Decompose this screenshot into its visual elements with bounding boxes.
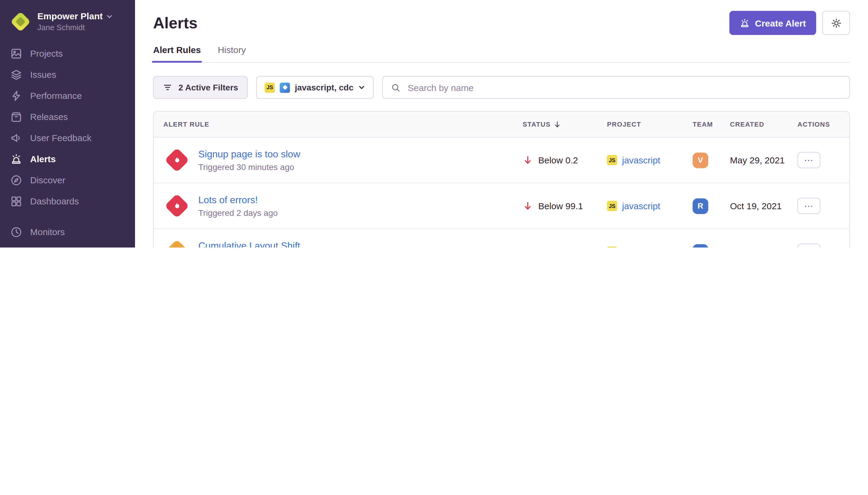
project-link[interactable]: javascript [622, 246, 660, 248]
sidebar-item-releases[interactable]: Releases [0, 106, 135, 127]
active-filters-label: 2 Active Filters [178, 83, 238, 92]
main-content: Alerts Create Alert Alert Rules [135, 0, 868, 248]
created-date: Oct 19, 2021 [730, 201, 797, 211]
sidebar-item-discover[interactable]: Discover [0, 169, 135, 190]
cdc-project-icon [280, 82, 290, 92]
team-cell: R [693, 244, 730, 248]
created-date: Oct 12, 2021 [730, 246, 797, 248]
javascript-platform-icon: JS [607, 201, 617, 211]
project-cell: JSjavascript [607, 155, 693, 165]
row-actions-button[interactable]: … [797, 152, 820, 168]
project-cell: JSjavascript [607, 246, 693, 248]
sidebar-item-monitors[interactable]: Monitors [0, 221, 135, 242]
javascript-platform-icon: JS [607, 246, 617, 248]
tab-history[interactable]: History [218, 45, 246, 62]
sidebar-item-label: Dashboards [30, 196, 79, 206]
tab-label: History [218, 45, 246, 55]
alert-rule-row: !Cumulative Layout ShiftTriggered an hou… [154, 229, 849, 248]
active-filters-button[interactable]: 2 Active Filters [153, 76, 248, 99]
row-actions-button[interactable]: … [797, 243, 820, 248]
performance-icon [10, 89, 22, 102]
discover-icon [10, 174, 22, 186]
tab-alert-rules[interactable]: Alert Rules [153, 45, 201, 62]
column-header-status[interactable]: STATUS [523, 120, 607, 128]
project-filter-label: javascript, cdc [295, 83, 353, 92]
trend-down-icon [523, 201, 533, 211]
alert-rule-row: Signup page is too slowTriggered 30 minu… [154, 137, 849, 183]
alert-rule-row: Lots of errors!Triggered 2 days agoBelow… [154, 183, 849, 229]
chevron-down-icon [106, 13, 113, 20]
tab-label: Alert Rules [153, 45, 201, 55]
column-header-label: TEAM [693, 121, 713, 128]
create-alert-button[interactable]: Create Alert [729, 11, 816, 35]
dashboards-icon [10, 195, 22, 207]
releases-icon [10, 110, 22, 123]
sidebar-item-label: Releases [30, 112, 68, 122]
alert-rule-link[interactable]: Signup page is too slow [198, 149, 300, 159]
sidebar-item-label: Monitors [30, 227, 65, 237]
table-header-row: ALERT RULESTATUSPROJECTTEAMCREATEDACTION… [154, 112, 849, 137]
app: Empower Plant Jane Schmidt ProjectsIssue… [0, 0, 868, 248]
alert-rule-link[interactable]: Cumulative Layout Shift [198, 240, 300, 248]
column-header-label: STATUS [523, 121, 551, 128]
sidebar-item-label: Projects [30, 48, 63, 58]
team-avatar: R [693, 244, 708, 248]
siren-icon [10, 153, 22, 165]
ellipsis-icon: … [804, 198, 814, 209]
sidebar-item-performance[interactable]: Performance [0, 85, 135, 106]
project-cell: JSjavascript [607, 201, 693, 211]
alert-rules-table: ALERT RULESTATUSPROJECTTEAMCREATEDACTION… [153, 111, 850, 248]
search-icon [391, 82, 401, 92]
warning-status-icon: ! [163, 238, 190, 248]
sidebar-item-dashboards[interactable]: Dashboards [0, 190, 135, 211]
column-header-alert-rule: ALERT RULE [163, 121, 523, 128]
project-filter-dropdown[interactable]: JS javascript, cdc [256, 76, 374, 99]
status-cell: Below 99.1 [523, 201, 607, 211]
org-user: Jane Schmidt [37, 23, 113, 32]
critical-status-icon [163, 147, 190, 173]
sidebar: Empower Plant Jane Schmidt ProjectsIssue… [0, 0, 135, 248]
team-avatar: R [693, 198, 708, 214]
javascript-platform-icon: JS [607, 155, 617, 165]
sidebar-item-issues[interactable]: Issues [0, 64, 135, 85]
column-header-team: TEAM [693, 121, 730, 128]
search-input[interactable] [406, 82, 841, 93]
page-title: Alerts [153, 14, 197, 32]
alert-rule-detail: Triggered 2 days ago [198, 208, 278, 217]
team-cell: V [693, 152, 730, 168]
status-threshold: Below 99.8 [538, 246, 583, 248]
alert-rule-link[interactable]: Lots of errors! [198, 194, 278, 205]
sidebar-item-projects[interactable]: Projects [0, 43, 135, 64]
column-header-label: CREATED [730, 121, 764, 128]
column-header-project: PROJECT [607, 121, 693, 128]
status-threshold: Below 99.1 [538, 201, 583, 211]
alert-rule-detail: Triggered 30 minutes ago [198, 162, 300, 172]
sidebar-item-label: Performance [30, 90, 82, 101]
org-avatar [10, 11, 31, 32]
sidebar-item-label: User Feedback [30, 133, 91, 143]
sidebar-item-alerts[interactable]: Alerts [0, 148, 135, 169]
column-header-label: PROJECT [607, 121, 641, 128]
project-link[interactable]: javascript [622, 155, 660, 165]
trend-down-icon [523, 155, 533, 165]
page-header: Alerts Create Alert [153, 11, 850, 35]
sidebar-item-user-feedback[interactable]: User Feedback [0, 127, 135, 148]
org-switcher[interactable]: Empower Plant Jane Schmidt [0, 8, 135, 38]
trend-down-icon [523, 246, 533, 248]
critical-status-icon [163, 193, 190, 219]
actions-cell: … [797, 198, 840, 214]
siren-icon [739, 18, 749, 28]
gear-icon [830, 17, 842, 29]
filter-icon [163, 83, 172, 92]
monitors-icon [10, 226, 22, 238]
tab-bar: Alert Rules History [153, 45, 850, 63]
settings-button[interactable] [822, 11, 850, 35]
row-actions-button[interactable]: … [797, 198, 820, 214]
org-name: Empower Plant [37, 11, 103, 22]
sidebar-item-label: Discover [30, 175, 65, 185]
team-cell: R [693, 198, 730, 214]
search-bar [382, 76, 850, 99]
javascript-platform-icon: JS [265, 82, 275, 92]
column-header-created: CREATED [730, 121, 797, 128]
project-link[interactable]: javascript [622, 201, 660, 211]
